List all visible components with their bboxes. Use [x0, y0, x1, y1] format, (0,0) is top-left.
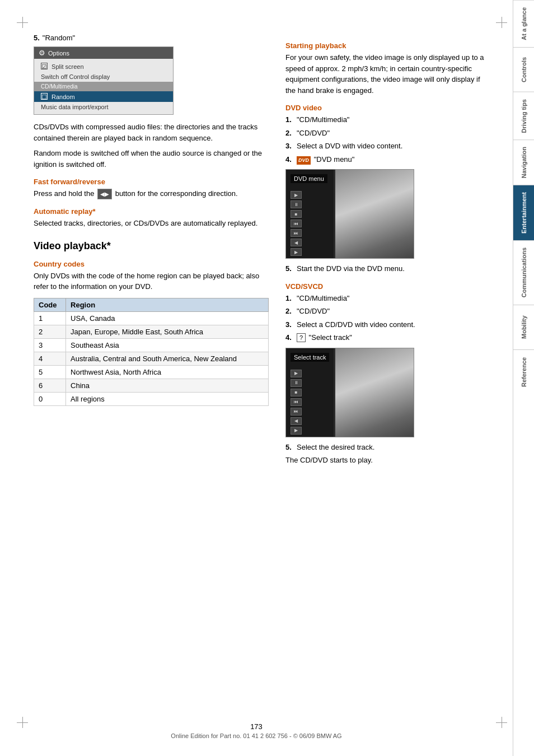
table-row: 0All regions — [34, 392, 269, 405]
qmark-icon: ? — [297, 333, 306, 342]
dvd-ctrl-next-chapter: ⏭ — [291, 229, 302, 237]
menu-item-split-screen: ☑ Split screen — [34, 61, 173, 72]
vcd-ctrl-next: ▶ — [291, 427, 302, 435]
starting-playback-text: For your own safety, the video image is … — [285, 52, 490, 96]
table-cell-region: Northwest Asia, North Africa — [66, 365, 269, 379]
gear-icon: ⚙ — [39, 49, 45, 57]
random-para2: Random mode is switched off when the aud… — [34, 148, 269, 170]
table-cell-region: Japan, Europe, Middle East, South Africa — [66, 325, 269, 338]
checkbox-icon: ☑ — [41, 63, 48, 69]
vcd-controls-panel: Select track ▶ ⏸ ■ ⏮ ⏭ ◀ ▶ — [286, 348, 334, 437]
sidebar-item-reference[interactable]: Reference — [513, 349, 535, 394]
table-header-code: Code — [34, 298, 66, 311]
table-cell-code: 0 — [34, 392, 66, 405]
dvd-menu-label: DVD menu — [291, 174, 327, 183]
table-cell-code: 5 — [34, 365, 66, 379]
sidebar-item-entertainment[interactable]: Entertainment — [513, 185, 535, 240]
random-para1: CDs/DVDs with compressed audio files: th… — [34, 122, 269, 143]
table-row: 5Northwest Asia, North Africa — [34, 365, 269, 379]
crosshair-top-left — [17, 17, 28, 28]
crosshair-top-right — [496, 17, 507, 28]
video-playback-heading: Video playback* — [34, 240, 269, 252]
sidebar-item-mobility[interactable]: Mobility — [513, 305, 535, 349]
vcd-ctrl-prev: ◀ — [291, 417, 302, 425]
dvd-step-1: 1. "CD/Multimedia" — [285, 114, 490, 125]
menu-item-switch-off: Switch off Control display — [34, 72, 173, 82]
dvd-ctrl-play: ▶ — [291, 191, 302, 199]
dvd-ctrl-pause: ⏸ — [291, 200, 302, 208]
auto-replay-text: Selected tracks, directories, or CDs/DVD… — [34, 218, 269, 229]
table-cell-region: USA, Canada — [66, 311, 269, 325]
vcd-result: The CD/DVD starts to play. — [285, 455, 490, 466]
vcd-ctrl-play: ▶ — [291, 370, 302, 377]
item-number: 5. — [34, 34, 40, 42]
vcd-ctrl-prev-chapter: ⏮ — [291, 398, 302, 406]
vcd-step-2: 2. "CD/DVD" — [285, 306, 490, 317]
dvd-menu-screenshot: DVD menu ▶ ⏸ ■ ⏮ ⏭ ◀ ▶ — [285, 169, 414, 259]
table-row: 3Southeast Asia — [34, 338, 269, 352]
table-cell-region: All regions — [66, 392, 269, 405]
vcd-heading: VCD/SVCD — [285, 282, 490, 291]
sidebar-item-controls[interactable]: Controls — [513, 47, 535, 92]
dvd-icon: DVD — [297, 156, 311, 165]
vcd-ctrl-stop: ■ — [291, 389, 302, 396]
dvd-step-4: 4. DVD "DVD menu" — [285, 154, 490, 165]
sidebar-item-driving-tips[interactable]: Driving tips — [513, 92, 535, 140]
table-cell-code: 4 — [34, 352, 66, 365]
dvd-ctrl-prev-chapter: ⏮ — [291, 220, 302, 227]
fast-forward-heading: Fast forward/reverse — [34, 178, 269, 186]
dvd-ctrl-stop: ■ — [291, 210, 302, 218]
menu-item-cd-multimedia-header: CD/Multimedia — [34, 82, 173, 91]
table-row: 1USA, Canada — [34, 311, 269, 325]
menu-item-random: ☐ Random — [34, 91, 173, 102]
sidebar-item-communications[interactable]: Communications — [513, 240, 535, 304]
left-column: 5. "Random" ⚙ Options ☑ Split screen Swi… — [34, 34, 269, 734]
dvd-step-2: 2. "CD/DVD" — [285, 128, 490, 139]
vcd-step-5: 5. Select the desired track. — [285, 442, 490, 453]
right-column: Starting playback For your own safety, t… — [285, 34, 490, 734]
screenshot-menu: ☑ Split screen Switch off Control displa… — [34, 59, 173, 114]
ff-button: ◀▶ — [97, 189, 112, 199]
table-row: 4Australia, Central and South America, N… — [34, 352, 269, 365]
options-screenshot: ⚙ Options ☑ Split screen Switch off Cont… — [34, 46, 174, 115]
item-label: "Random" — [43, 34, 75, 42]
vcd-building-image — [335, 348, 414, 437]
footer-text: Online Edition for Part no. 01 41 2 602 … — [0, 732, 513, 739]
table-cell-code: 2 — [34, 325, 66, 338]
dvd-ctrl-prev: ◀ — [291, 239, 302, 246]
item-5-random: 5. "Random" — [34, 34, 269, 42]
checkbox-icon-random: ☐ — [41, 93, 48, 100]
screenshot-title: Options — [48, 50, 69, 57]
table-cell-code: 1 — [34, 311, 66, 325]
table-cell-region: Australia, Central and South America, Ne… — [66, 352, 269, 365]
sidebar-item-navigation[interactable]: Navigation — [513, 139, 535, 185]
starting-playback-heading: Starting playback — [285, 41, 490, 50]
table-cell-code: 3 — [34, 338, 66, 352]
dvd-ctrl-next: ▶ — [291, 248, 302, 256]
building-image — [335, 170, 414, 258]
auto-replay-heading: Automatic replay* — [34, 207, 269, 216]
table-header-region: Region — [66, 298, 269, 311]
page-number: 173 — [0, 722, 513, 731]
fast-forward-text: Press and hold the ◀▶ button for the cor… — [34, 188, 269, 199]
vcd-menu-label: Select track — [291, 353, 329, 362]
dvd-controls-panel: DVD menu ▶ ⏸ ■ ⏮ ⏭ ◀ ▶ — [286, 170, 334, 258]
country-codes-heading: Country codes — [34, 260, 269, 268]
table-cell-region: China — [66, 379, 269, 392]
sidebar-item-at-a-glance[interactable]: At a glance — [513, 0, 535, 47]
country-codes-intro: Only DVDs with the code of the home regi… — [34, 270, 269, 292]
screenshot-title-bar: ⚙ Options — [34, 47, 173, 59]
table-row: 6China — [34, 379, 269, 392]
menu-item-music-data: Music data import/export — [34, 102, 173, 112]
vcd-ctrl-next-chapter: ⏭ — [291, 408, 302, 416]
vcd-step-3: 3. Select a CD/DVD with video content. — [285, 319, 490, 330]
dvd-step-5: 5. Start the DVD via the DVD menu. — [285, 263, 490, 274]
table-row: 2Japan, Europe, Middle East, South Afric… — [34, 325, 269, 338]
vcd-screenshot: Select track ▶ ⏸ ■ ⏮ ⏭ ◀ ▶ — [285, 348, 414, 437]
page-footer: 173 Online Edition for Part no. 01 41 2 … — [0, 722, 513, 739]
table-cell-region: Southeast Asia — [66, 338, 269, 352]
table-cell-code: 6 — [34, 379, 66, 392]
dvd-step-3: 3. Select a DVD with video content. — [285, 141, 490, 152]
vcd-step-1: 1. "CD/Multimedia" — [285, 293, 490, 304]
dvd-video-heading: DVD video — [285, 104, 490, 112]
